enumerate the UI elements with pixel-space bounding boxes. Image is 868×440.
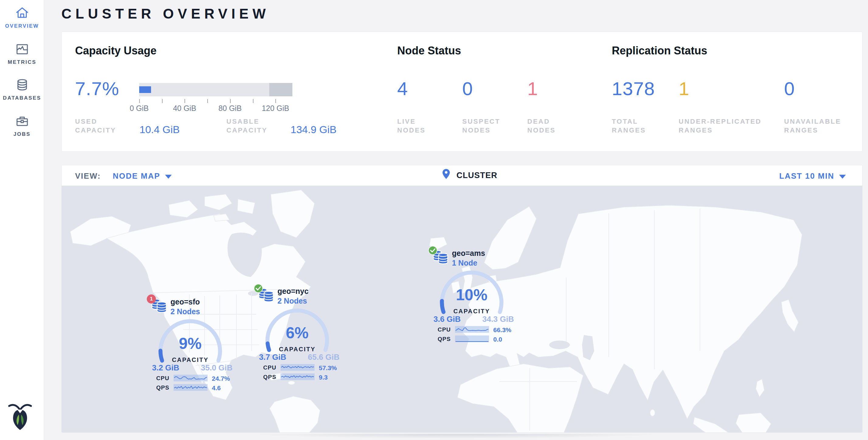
- capacity-axis-tick-label: 80 GiB: [219, 104, 242, 113]
- time-range-dropdown[interactable]: LAST 10 MIN: [779, 171, 846, 181]
- qps-value: 4.6: [212, 384, 221, 392]
- summary-panel: Capacity Usage 7.7% 0 GiB40 GiB80 GiB120…: [61, 32, 863, 152]
- unavailable-ranges-label: UNAVAILABLERANGES: [784, 117, 841, 135]
- capacity-axis-tick: [162, 99, 163, 103]
- total-ranges-label: TOTALRANGES: [612, 117, 646, 135]
- locality-marker-sfo[interactable]: 1 geo=sfo 2 Nodes 9% CAPACITY 3.2 GiB 35…: [147, 294, 238, 395]
- sidebar-item-overview[interactable]: OVERVIEW: [0, 6, 44, 29]
- cpu-value: 57.3%: [319, 364, 337, 372]
- locality-name: geo=nyc: [277, 287, 308, 296]
- chevron-down-icon: [165, 175, 172, 179]
- healthy-check-badge: [254, 284, 263, 293]
- qps-metric-row: QPS 0.0: [428, 336, 519, 343]
- capacity-percent: 7.7%: [75, 78, 119, 99]
- capacity-axis-tick: [253, 99, 253, 103]
- databases-icon: [15, 78, 29, 92]
- chevron-down-icon: [839, 175, 846, 179]
- unavailable-ranges-count: 0: [784, 78, 795, 99]
- cpu-label: CPU: [438, 326, 451, 333]
- locality-marker-ams[interactable]: geo=ams 1 Node 10% CAPACITY 3.6 GiB 34.3…: [428, 246, 519, 346]
- qps-label: QPS: [263, 374, 276, 380]
- cpu-metric-row: CPU 24.7%: [147, 375, 238, 382]
- dead-nodes-count: 1: [527, 78, 538, 99]
- qps-sparkline: [281, 373, 315, 380]
- cpu-metric-row: CPU 66.3%: [428, 326, 519, 333]
- sidebar: OVERVIEW METRICS DATABASES JOBS: [0, 0, 44, 440]
- sidebar-item-label: DATABASES: [0, 95, 44, 101]
- view-selector-dropdown[interactable]: NODE MAP: [113, 171, 172, 181]
- locality-node-count[interactable]: 2 Nodes: [170, 307, 200, 316]
- cluster-label: CLUSTER: [457, 171, 498, 180]
- under-replicated-ranges-count: 1: [679, 78, 689, 99]
- view-label: VIEW:: [75, 171, 101, 181]
- node-map-panel: VIEW: NODE MAP CLUSTER LAST 10 MIN: [61, 165, 863, 433]
- capacity-bar-reserved-segment: [269, 83, 292, 96]
- sidebar-item-jobs[interactable]: JOBS: [0, 114, 44, 137]
- dead-nodes-label: DEADNODES: [527, 117, 556, 135]
- capacity-axis-tick-label: 40 GiB: [173, 104, 196, 113]
- used-capacity-value: 3.6 GiB: [429, 315, 465, 324]
- suspect-nodes-label: SUSPECTNODES: [462, 117, 500, 135]
- cpu-value: 66.3%: [493, 326, 512, 334]
- location-pin-icon: [442, 169, 450, 179]
- capacity-bar-tick-labels: 0 GiB40 GiB80 GiB120 GiB: [139, 104, 303, 113]
- sidebar-item-label: OVERVIEW: [0, 23, 44, 29]
- capacity-percent: 6%: [267, 324, 328, 342]
- used-capacity-value: 3.2 GiB: [147, 363, 184, 373]
- locality-marker-nyc[interactable]: geo=nyc 2 Nodes 6% CAPACITY 3.7 GiB 65.6…: [254, 284, 345, 384]
- cpu-label: CPU: [156, 375, 169, 382]
- locality-name: geo=sfo: [170, 297, 200, 306]
- usable-capacity-label: USABLECAPACITY: [226, 117, 268, 135]
- qps-sparkline: [174, 384, 208, 391]
- total-capacity-value: 34.3 GiB: [480, 315, 516, 324]
- cpu-sparkline: [174, 375, 208, 381]
- cpu-sparkline: [281, 364, 315, 371]
- alert-badge: 1: [147, 294, 156, 304]
- capacity-axis-tick-label: 0 GiB: [130, 104, 149, 113]
- sidebar-item-metrics[interactable]: METRICS: [0, 42, 44, 65]
- capacity-axis-tick-label: 120 GiB: [262, 104, 289, 113]
- page-title: CLUSTER OVERVIEW: [61, 5, 270, 22]
- capacity-usage-title: Capacity Usage: [75, 44, 157, 57]
- capacity-gauge-label: CAPACITY: [267, 346, 328, 353]
- cockroach-logo[interactable]: [7, 403, 33, 431]
- qps-label: QPS: [156, 384, 169, 391]
- capacity-percent: 10%: [441, 286, 502, 304]
- total-capacity-value: 65.6 GiB: [305, 352, 342, 362]
- capacity-bar-used-segment: [139, 86, 151, 93]
- capacity-axis-tick: [207, 99, 208, 103]
- usable-capacity-value: 134.9 GiB: [290, 124, 336, 135]
- capacity-axis-tick: [275, 99, 276, 103]
- home-icon: [15, 6, 29, 20]
- locality-node-count[interactable]: 1 Node: [452, 259, 477, 268]
- locality-node-count[interactable]: 2 Nodes: [277, 296, 307, 305]
- capacity-bar-ticks: [139, 99, 292, 103]
- view-bar: VIEW: NODE MAP CLUSTER LAST 10 MIN: [62, 165, 863, 186]
- metrics-icon: [15, 42, 29, 56]
- total-capacity-value: 35.0 GiB: [198, 363, 235, 373]
- healthy-check-badge: [428, 246, 437, 255]
- locality-name: geo=ams: [452, 249, 485, 258]
- capacity-gauge-label: CAPACITY: [160, 356, 221, 364]
- capacity-gauge-label: CAPACITY: [441, 308, 502, 315]
- sidebar-item-databases[interactable]: DATABASES: [0, 78, 44, 101]
- qps-value: 9.3: [319, 374, 328, 381]
- capacity-axis-tick: [230, 99, 231, 103]
- capacity-percent: 9%: [160, 334, 221, 352]
- sidebar-item-label: JOBS: [0, 131, 44, 137]
- capacity-bar-chart: [139, 83, 292, 96]
- cpu-label: CPU: [263, 364, 276, 371]
- qps-label: QPS: [438, 336, 451, 342]
- total-ranges-count: 1378: [612, 78, 655, 99]
- live-nodes-count: 4: [397, 78, 408, 99]
- replication-status-title: Replication Status: [612, 44, 707, 57]
- cpu-sparkline: [455, 326, 489, 333]
- world-map[interactable]: 1 geo=sfo 2 Nodes 9% CAPACITY 3.2 GiB 35…: [62, 186, 863, 433]
- cpu-metric-row: CPU 57.3%: [254, 364, 345, 371]
- sidebar-item-label: METRICS: [0, 59, 44, 65]
- used-capacity-value: 3.7 GiB: [254, 352, 291, 362]
- qps-value: 0.0: [493, 336, 502, 343]
- node-status-title: Node Status: [397, 44, 461, 57]
- used-capacity-label: USEDCAPACITY: [75, 117, 116, 135]
- qps-metric-row: QPS 4.6: [147, 384, 238, 391]
